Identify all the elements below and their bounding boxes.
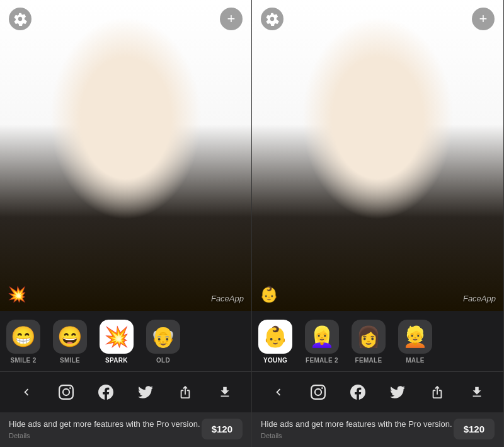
left-back-button[interactable] <box>14 380 39 405</box>
left-face-photo <box>0 0 251 311</box>
filter-male-label: MALE <box>406 357 425 364</box>
left-download-button[interactable] <box>212 380 238 405</box>
facebook-icon <box>98 385 113 400</box>
right-facebook-button[interactable] <box>345 380 370 405</box>
right-watermark: FaceApp <box>463 294 496 303</box>
right-pro-banner: Hide ads and get more features with the … <box>252 412 503 447</box>
filter-smile[interactable]: 😄 SMILE <box>47 317 93 366</box>
right-face-photo <box>252 0 503 311</box>
right-plus-button[interactable]: + <box>472 8 495 30</box>
left-photo-area: + 💥 FaceApp <box>0 0 251 311</box>
right-pro-text: Hide ads and get more features with the … <box>261 419 454 439</box>
filter-female2-icon: 👱‍♀️ <box>305 320 339 354</box>
filter-old-label: OLD <box>156 357 170 364</box>
filter-female[interactable]: 👩 FEMALE <box>345 317 392 366</box>
right-instagram-icon <box>311 385 326 400</box>
left-filter-strip: 😁 SMILE 2 😄 SMILE 💥 SPARK 👴 OLD <box>0 311 251 371</box>
right-pro-title: Hide ads and get more features with the … <box>261 419 454 430</box>
twitter-icon <box>138 385 153 400</box>
left-facebook-button[interactable] <box>93 380 118 405</box>
left-pro-price-button[interactable]: $120 <box>202 419 243 439</box>
filter-male-icon: 👱 <box>398 320 432 354</box>
left-panel: + 💥 FaceApp 😁 SMILE 2 😄 SMILE 💥 SPARK 👴 … <box>0 0 252 447</box>
right-twitter-button[interactable] <box>385 380 410 405</box>
gear-icon <box>13 12 27 26</box>
filter-young-icon: 👶 <box>258 320 292 354</box>
right-share-icon <box>430 385 444 399</box>
right-top-bar: + <box>252 8 503 30</box>
right-share-button[interactable] <box>425 380 450 405</box>
right-plus-icon: + <box>479 12 488 26</box>
download-icon <box>218 385 232 399</box>
left-action-bar <box>0 371 251 412</box>
instagram-icon <box>59 385 74 400</box>
left-watermark: FaceApp <box>211 294 244 303</box>
right-download-button[interactable] <box>464 380 490 405</box>
right-gear-button[interactable] <box>261 8 284 30</box>
right-instagram-button[interactable] <box>306 380 331 405</box>
right-twitter-icon <box>390 385 405 400</box>
right-back-arrow-icon <box>272 385 285 399</box>
filter-female2-label: FEMALE 2 <box>306 357 338 364</box>
right-panel: + 👶 FaceApp 👶 YOUNG 👱‍♀️ FEMALE 2 👩 FEMA… <box>252 0 504 447</box>
left-pro-title: Hide ads and get more features with the … <box>9 419 202 430</box>
right-action-bar <box>252 371 503 412</box>
right-baby-overlay: 👶 <box>260 286 278 303</box>
filter-spark[interactable]: 💥 SPARK <box>93 317 140 366</box>
right-gear-icon <box>265 12 279 26</box>
filter-smile-icon: 😄 <box>53 320 87 354</box>
left-spark-overlay: 💥 <box>8 286 26 303</box>
right-back-button[interactable] <box>266 380 291 405</box>
left-twitter-button[interactable] <box>133 380 158 405</box>
filter-smile2[interactable]: 😁 SMILE 2 <box>0 317 47 366</box>
filter-smile2-label: SMILE 2 <box>11 357 37 364</box>
back-arrow-icon <box>20 385 33 399</box>
left-pro-details[interactable]: Details <box>9 432 202 439</box>
left-instagram-button[interactable] <box>54 380 79 405</box>
filter-young[interactable]: 👶 YOUNG <box>252 317 299 366</box>
plus-icon: + <box>227 12 236 26</box>
right-pro-price-button[interactable]: $120 <box>454 419 495 439</box>
filter-female-icon: 👩 <box>352 320 386 354</box>
filter-spark-label: SPARK <box>105 357 128 364</box>
left-pro-banner: Hide ads and get more features with the … <box>0 412 251 447</box>
left-plus-button[interactable]: + <box>220 8 243 30</box>
filter-old-icon: 👴 <box>146 320 180 354</box>
filter-female-label: FEMALE <box>355 357 382 364</box>
filter-spark-icon: 💥 <box>100 320 134 354</box>
left-pro-text: Hide ads and get more features with the … <box>9 419 202 439</box>
right-pro-details[interactable]: Details <box>261 432 454 439</box>
filter-male[interactable]: 👱 MALE <box>392 317 438 366</box>
left-gear-button[interactable] <box>9 8 32 30</box>
filter-young-label: YOUNG <box>263 357 287 364</box>
share-icon <box>178 385 192 399</box>
right-filter-strip: 👶 YOUNG 👱‍♀️ FEMALE 2 👩 FEMALE 👱 MALE <box>252 311 503 371</box>
right-download-icon <box>470 385 484 399</box>
filter-female2[interactable]: 👱‍♀️ FEMALE 2 <box>299 317 345 366</box>
left-top-bar: + <box>0 8 251 30</box>
left-share-button[interactable] <box>173 380 198 405</box>
right-photo-area: + 👶 FaceApp <box>252 0 503 311</box>
filter-smile-label: SMILE <box>60 357 80 364</box>
filter-smile2-icon: 😁 <box>6 320 40 354</box>
filter-old[interactable]: 👴 OLD <box>140 317 186 366</box>
right-facebook-icon <box>350 385 365 400</box>
